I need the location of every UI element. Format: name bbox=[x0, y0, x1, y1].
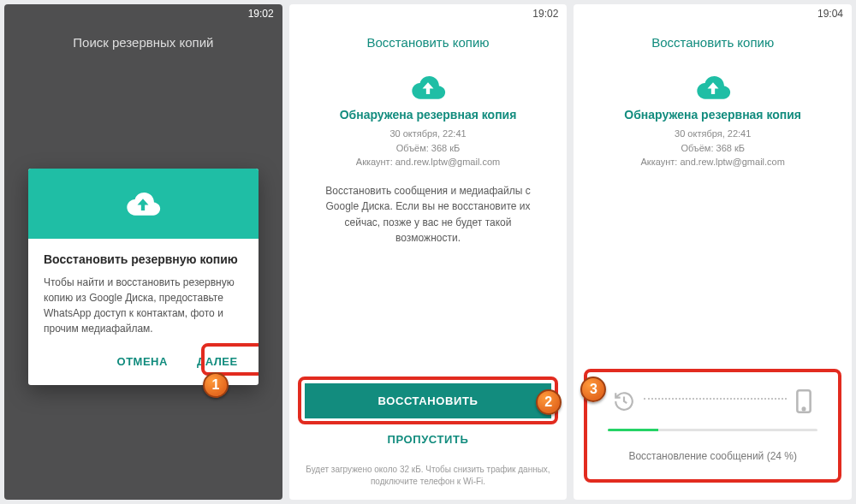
page-title: Восстановить копию bbox=[289, 23, 568, 58]
backup-meta: 30 октября, 22:41 Объём: 368 кБ Аккаунт:… bbox=[356, 127, 500, 169]
cloud-upload-icon bbox=[123, 190, 163, 217]
backup-size: Объём: 368 кБ bbox=[641, 141, 785, 156]
progress-bar bbox=[608, 429, 817, 431]
status-bar: 19:04 bbox=[574, 4, 852, 23]
transfer-graphic bbox=[608, 386, 817, 429]
page-title: Восстановить копию bbox=[574, 23, 852, 58]
cancel-button[interactable]: ОТМЕНА bbox=[110, 350, 175, 373]
clock: 19:02 bbox=[532, 8, 558, 20]
clock: 19:02 bbox=[248, 8, 274, 20]
backup-account: Аккаунт: and.rew.lptw@gmail.com bbox=[356, 155, 500, 169]
dialog-body: Восстановить резервную копию Чтобы найти… bbox=[28, 239, 259, 340]
history-icon bbox=[613, 390, 635, 416]
dialog-header bbox=[28, 169, 259, 239]
restore-description: Восстановить сообщения и медиафайлы с Go… bbox=[310, 183, 547, 246]
data-hint: Будет загружено около 32 кБ. Чтобы снизи… bbox=[305, 464, 552, 488]
backup-meta: 30 октября, 22:41 Объём: 368 кБ Аккаунт:… bbox=[641, 127, 785, 169]
dialog-text: Чтобы найти и восстановить резервную коп… bbox=[44, 275, 243, 336]
backup-found-title: Обнаружена резервная копия bbox=[340, 108, 517, 122]
cloud-upload-icon bbox=[408, 74, 448, 101]
backup-date: 30 октября, 22:41 bbox=[356, 127, 500, 141]
progress-label: Восстановление сообщений (24 %) bbox=[608, 450, 817, 462]
progress-fill bbox=[608, 429, 658, 431]
status-bar: 19:02 bbox=[289, 4, 568, 23]
bottom-actions: ВОССТАНОВИТЬ ПРОПУСТИТЬ Будет загружено … bbox=[289, 383, 568, 500]
page-title: Поиск резервных копий bbox=[4, 23, 282, 58]
cloud-upload-icon bbox=[693, 74, 733, 101]
svg-point-1 bbox=[803, 408, 805, 411]
backup-date: 30 октября, 22:41 bbox=[641, 127, 785, 141]
status-bar: 19:02 bbox=[4, 4, 282, 23]
skip-button[interactable]: ПРОПУСТИТЬ bbox=[305, 424, 552, 455]
backup-size: Объём: 368 кБ bbox=[356, 141, 500, 156]
screen-restoring: 19:04 Восстановить копию Обнаружена резе… bbox=[574, 4, 852, 500]
step-badge: 2 bbox=[536, 389, 562, 415]
dialog-title: Восстановить резервную копию bbox=[44, 252, 243, 266]
next-button[interactable]: ДАЛЕЕ bbox=[190, 350, 245, 373]
step-badge: 1 bbox=[203, 372, 229, 398]
backup-account: Аккаунт: and.rew.lptw@gmail.com bbox=[641, 155, 785, 169]
backup-found-title: Обнаружена резервная копия bbox=[624, 108, 801, 122]
dots-icon bbox=[644, 398, 787, 400]
phone-icon bbox=[795, 389, 812, 417]
content: Обнаружена резервная копия 30 октября, 2… bbox=[289, 58, 568, 383]
restore-permission-dialog: Восстановить резервную копию Чтобы найти… bbox=[28, 169, 259, 385]
screen-search-backups: 19:02 Поиск резервных копий Восстановить… bbox=[4, 4, 282, 500]
restore-button[interactable]: ВОССТАНОВИТЬ bbox=[305, 383, 552, 418]
clock: 19:04 bbox=[817, 8, 843, 20]
screen-backup-found: 19:02 Восстановить копию Обнаружена резе… bbox=[289, 4, 568, 500]
progress-panel: Восстановление сообщений (24 %) bbox=[584, 369, 841, 483]
